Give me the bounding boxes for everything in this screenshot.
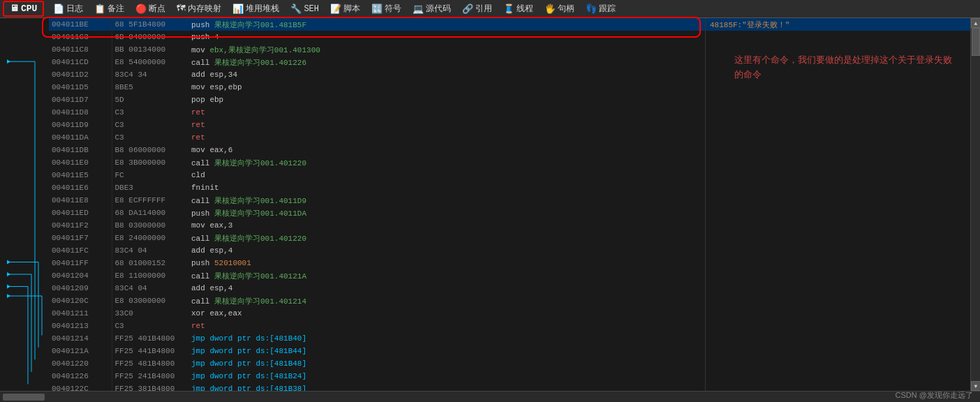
table-row[interactable]: 004011D9C3ret <box>49 119 705 131</box>
table-row[interactable]: 0040122CFF25 381B4800jmp dword ptr ds:[4… <box>49 382 705 391</box>
table-row[interactable]: 004011E6DBE3fninit <box>49 181 705 194</box>
comment-row <box>706 370 970 382</box>
row-instruction: call 果核逆向学习001.401214 <box>188 295 705 307</box>
table-row[interactable]: 004011E5FCcld <box>49 169 705 181</box>
row-address: 004011E6 <box>49 181 112 194</box>
comment-row <box>706 244 970 257</box>
row-address: 004011E5 <box>49 169 112 181</box>
comment-row <box>706 345 970 357</box>
row-bytes: C3 <box>112 131 188 144</box>
table-row[interactable]: 00401226FF25 241B4800jmp dword ptr ds:[4… <box>49 370 705 382</box>
row-instruction: ret <box>188 320 705 332</box>
table-row[interactable]: 004011DAC3ret <box>49 131 705 144</box>
table-row[interactable]: 004011D58BE5mov esp,ebp <box>49 81 705 94</box>
row-bytes: 68 DA114000 <box>112 207 188 219</box>
toolbar-log[interactable]: 📄 日志 <box>48 1 88 17</box>
svg-marker-10 <box>7 294 10 298</box>
table-row[interactable]: 004011D75Dpop ebp <box>49 94 705 106</box>
row-bytes: 8BE5 <box>112 81 188 94</box>
toolbar-handles[interactable]: 🖐 句柄 <box>540 1 579 17</box>
table-row[interactable]: 0040120983C4 04add esp,4 <box>49 282 705 295</box>
svg-marker-14 <box>7 285 10 289</box>
ref-icon: 🔗 <box>462 3 473 15</box>
toolbar-trace[interactable]: 👣 跟踪 <box>581 1 621 17</box>
table-row[interactable]: 004011D8C3ret <box>49 106 705 119</box>
table-row[interactable]: 00401204E8 11000000call 果核逆向学习001.40121A <box>49 269 705 282</box>
table-row[interactable]: 004011CDE8 54000000call 果核逆向学习001.401226 <box>49 56 705 68</box>
table-row[interactable]: 004011E8E8 ECFFFFFFcall 果核逆向学习001.4011D9 <box>49 194 705 207</box>
row-instruction: jmp dword ptr ds:[481B44] <box>188 345 705 357</box>
table-row[interactable]: 00401213C3ret <box>49 320 705 332</box>
horizontal-scrollbar[interactable] <box>0 391 980 402</box>
row-address: 00401226 <box>49 370 112 382</box>
scroll-up-btn[interactable]: ▲ <box>971 18 980 28</box>
toolbar-breakpoints[interactable]: 🔴 断点 <box>131 1 170 17</box>
table-row[interactable]: 004011C36B 04000000push 4 <box>49 31 705 43</box>
comment-row <box>706 131 970 144</box>
table-row[interactable]: 004011BE68 5F1B4800push 果核逆向学习001.481B5F <box>49 18 705 31</box>
row-address: 004011E0 <box>49 156 112 169</box>
comment-row <box>706 119 970 131</box>
comment-row <box>706 207 970 219</box>
memory-map-icon: 🗺 <box>177 3 186 14</box>
row-bytes: 83C4 04 <box>112 282 188 295</box>
scroll-thumb[interactable] <box>972 28 980 56</box>
table-row[interactable]: 004011E0E8 3B000000call 果核逆向学习001.401220 <box>49 156 705 169</box>
row-bytes: FF25 481B4800 <box>112 357 188 370</box>
comment-row <box>706 257 970 269</box>
big-comment: 这里有个命令，我们要做的是处理掉这个关于登录失败的命令 <box>729 46 966 89</box>
toolbar-symbols[interactable]: 🔣 符号 <box>366 1 406 17</box>
table-row[interactable]: 004011C8BB 00134000mov ebx,果核逆向学习001.401… <box>49 43 705 56</box>
row-address: 004011FC <box>49 244 112 257</box>
row-bytes: FF25 401B4800 <box>112 332 188 345</box>
row-bytes: 83C4 04 <box>112 244 188 257</box>
toolbar-memory-map[interactable]: 🗺 内存映射 <box>172 1 226 17</box>
table-row[interactable]: 004011D283C4 34add esp,34 <box>49 68 705 81</box>
scroll-down-btn[interactable]: ▼ <box>971 381 980 391</box>
vertical-scrollbar[interactable]: ▲ ▼ <box>970 18 980 391</box>
toolbar-seh[interactable]: 🔧 SEH <box>285 1 324 17</box>
toolbar-script[interactable]: 📝 脚本 <box>325 1 365 17</box>
row-address: 0040122C <box>49 382 112 391</box>
table-row[interactable]: 00401214FF25 401B4800jmp dword ptr ds:[4… <box>49 332 705 345</box>
toolbar-notes[interactable]: 📋 备注 <box>89 1 129 17</box>
row-bytes: C3 <box>112 119 188 131</box>
toolbar-references[interactable]: 🔗 引用 <box>457 1 497 17</box>
toolbar-heap-stack[interactable]: 📊 堆用堆栈 <box>228 1 284 17</box>
row-instruction: call 果核逆向学习001.401220 <box>188 156 705 169</box>
row-address: 004011CD <box>49 56 112 68</box>
row-instruction: add esp,4 <box>188 282 705 295</box>
row-address: 004011D7 <box>49 94 112 106</box>
row-instruction: cld <box>188 169 705 181</box>
table-row[interactable]: 0040121AFF25 441B4800jmp dword ptr ds:[4… <box>49 345 705 357</box>
table-row[interactable]: 0040121133C0xor eax,eax <box>49 307 705 320</box>
row-bytes: E8 24000000 <box>112 232 188 244</box>
row-bytes: C3 <box>112 320 188 332</box>
row-address: 004011DB <box>49 144 112 156</box>
table-row[interactable]: 004011DBB8 06000000mov eax,6 <box>49 144 705 156</box>
row-bytes: E8 3B000000 <box>112 156 188 169</box>
table-row[interactable]: 0040120CE8 03000000call 果核逆向学习001.401214 <box>49 295 705 307</box>
table-row[interactable]: 004011F2B8 03000000mov eax,3 <box>49 219 705 232</box>
row-instruction: mov ebx,果核逆向学习001.401300 <box>188 43 705 56</box>
comment-row <box>706 269 970 282</box>
row-address: 004011D9 <box>49 119 112 131</box>
table-row[interactable]: 004011ED68 DA114000push 果核逆向学习001.4011DA <box>49 207 705 219</box>
row-instruction: call 果核逆向学习001.40121A <box>188 269 705 282</box>
comment-row <box>706 295 970 307</box>
table-row[interactable]: 00401220FF25 481B4800jmp dword ptr ds:[4… <box>49 357 705 370</box>
cpu-button[interactable]: 🖥 CPU <box>3 1 44 17</box>
table-row[interactable]: 004011F7E8 24000000call 果核逆向学习001.401220 <box>49 232 705 244</box>
disasm-pane[interactable]: 004011BE68 5F1B4800push 果核逆向学习001.481B5F… <box>49 18 705 391</box>
scroll-track[interactable] <box>971 28 980 381</box>
breakpoint-icon: 🔴 <box>135 3 147 15</box>
comment-row <box>706 144 970 156</box>
toolbar-source[interactable]: 💻 源代码 <box>408 1 456 17</box>
row-bytes: B8 06000000 <box>112 144 188 156</box>
row-bytes: BB 00134000 <box>112 43 188 56</box>
toolbar-threads[interactable]: 🧵 线程 <box>498 1 538 17</box>
row-address: 004011FF <box>49 257 112 269</box>
table-row[interactable]: 004011FC83C4 04add esp,4 <box>49 244 705 257</box>
table-row[interactable]: 004011FF68 01000152push 52010001 <box>49 257 705 269</box>
h-scroll-thumb[interactable] <box>3 394 45 401</box>
